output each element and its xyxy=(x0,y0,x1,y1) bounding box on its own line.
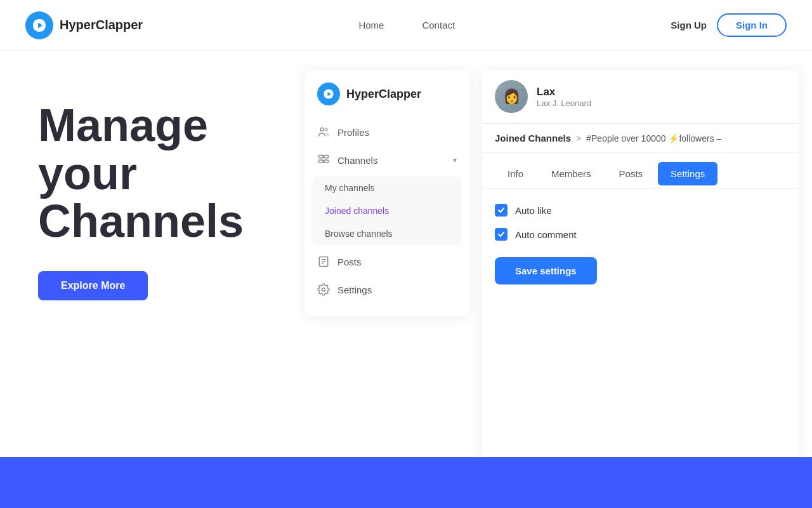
svg-point-10 xyxy=(322,288,325,291)
channels-icon xyxy=(317,154,330,166)
tab-settings[interactable]: Settings xyxy=(658,162,717,185)
sidebar-item-profiles[interactable]: Profiles xyxy=(304,118,469,146)
navbar: HyperClapper Home Contact Sign Up Sign I… xyxy=(0,0,812,51)
nav-actions: Sign Up Sign In xyxy=(671,13,787,37)
user-avatar: 👩 xyxy=(495,80,528,113)
user-info: Lax Lax J. Leonard xyxy=(537,86,591,108)
hero-section: Manage your Channels Explore More xyxy=(0,51,304,483)
channels-submenu: My channels Joined channels Browse chann… xyxy=(312,177,462,245)
user-name: Lax xyxy=(537,86,591,98)
chevron-down-icon: ▾ xyxy=(453,156,457,164)
profiles-label: Profiles xyxy=(337,127,457,138)
auto-comment-checkbox[interactable] xyxy=(495,228,508,241)
auto-like-row: Auto like xyxy=(495,204,787,217)
sidebar-brand: HyperClapper xyxy=(304,83,469,118)
joined-channels-bar[interactable]: Joined Channels > #People over 10000 ⚡fo… xyxy=(482,124,799,153)
svg-rect-3 xyxy=(324,156,329,158)
joined-channels-label: Joined Channels xyxy=(495,133,571,144)
nav-logo-icon xyxy=(25,11,53,39)
svg-point-0 xyxy=(320,128,324,131)
settings-label: Settings xyxy=(337,284,457,295)
nav-contact-link[interactable]: Contact xyxy=(422,20,455,30)
nav-brand: HyperClapper xyxy=(25,11,143,39)
svg-rect-5 xyxy=(324,160,329,163)
main-content: Manage your Channels Explore More HyperC… xyxy=(0,51,812,483)
auto-like-label: Auto like xyxy=(515,205,552,216)
user-fullname: Lax J. Leonard xyxy=(537,98,591,108)
avatar-image: 👩 xyxy=(495,80,528,113)
auto-like-checkbox[interactable] xyxy=(495,204,508,217)
svg-rect-4 xyxy=(319,160,324,163)
submenu-browse-channels[interactable]: Browse channels xyxy=(312,222,462,245)
sidebar-item-channels[interactable]: Channels ▾ xyxy=(304,146,469,174)
save-settings-button[interactable]: Save settings xyxy=(495,257,597,284)
right-panel: 👩 Lax Lax J. Leonard Joined Channels > #… xyxy=(482,70,799,464)
user-header: 👩 Lax Lax J. Leonard xyxy=(482,70,799,124)
sidebar-panel: HyperClapper Profiles Channels ▾ xyxy=(304,70,469,316)
auto-comment-label: Auto comment xyxy=(515,229,577,240)
nav-links: Home Contact xyxy=(358,20,455,30)
submenu-joined-channels[interactable]: Joined channels xyxy=(312,199,462,222)
tab-info[interactable]: Info xyxy=(495,162,536,188)
channels-bar-tag: #People over 10000 ⚡followers – xyxy=(586,133,721,144)
explore-more-button[interactable]: Explore More xyxy=(38,271,148,300)
posts-label: Posts xyxy=(337,257,457,267)
channels-bar-arrow: > xyxy=(576,133,581,144)
channels-label: Channels xyxy=(337,155,445,166)
tab-members[interactable]: Members xyxy=(539,162,604,188)
sidebar-logo-icon xyxy=(317,83,340,105)
tab-posts[interactable]: Posts xyxy=(606,162,656,188)
submenu-my-channels[interactable]: My channels xyxy=(312,177,462,199)
settings-icon xyxy=(317,283,330,296)
sidebar-brand-name: HyperClapper xyxy=(346,88,421,101)
signup-button[interactable]: Sign Up xyxy=(671,20,707,30)
sidebar-item-settings[interactable]: Settings xyxy=(304,276,469,304)
brand-name: HyperClapper xyxy=(60,18,143,32)
nav-home-link[interactable]: Home xyxy=(358,20,384,30)
svg-rect-2 xyxy=(319,156,324,158)
hero-title: Manage your Channels xyxy=(38,102,266,246)
settings-content: Auto like Auto comment Save settings xyxy=(482,189,799,300)
tabs-bar: Info Members Posts Settings xyxy=(482,153,799,189)
auto-comment-row: Auto comment xyxy=(495,228,787,241)
posts-icon xyxy=(317,255,330,268)
profiles-icon xyxy=(317,126,330,138)
sidebar-item-posts[interactable]: Posts xyxy=(304,248,469,276)
svg-point-1 xyxy=(325,128,327,131)
footer-bar xyxy=(0,457,812,483)
signin-button[interactable]: Sign In xyxy=(717,13,787,37)
